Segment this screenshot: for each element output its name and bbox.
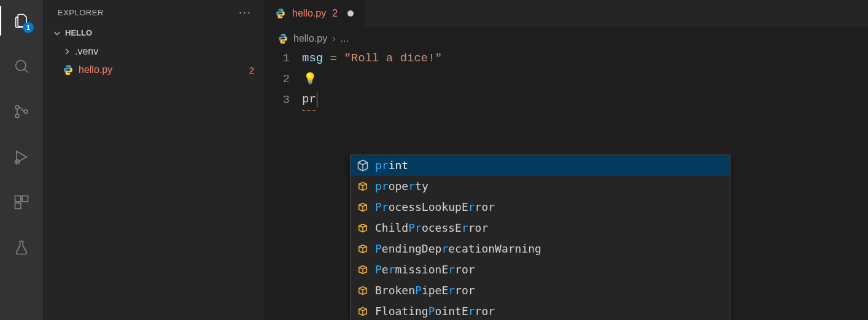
token-operator: = bbox=[323, 48, 344, 69]
suggest-item[interactable]: property bbox=[351, 176, 730, 197]
sidebar-section-label: HELLO bbox=[65, 28, 92, 37]
suggest-item[interactable]: PendingDeprecationWarning bbox=[351, 238, 730, 259]
line-number: 2 bbox=[277, 69, 302, 90]
suggest-item[interactable]: BrokenPipeError bbox=[351, 280, 730, 301]
tree-folder-venv[interactable]: .venv bbox=[43, 42, 264, 61]
svg-rect-8 bbox=[15, 203, 21, 208]
tab-bar: hello.py 2 bbox=[264, 0, 868, 27]
class-icon bbox=[357, 222, 369, 234]
typed-text: pr bbox=[302, 89, 316, 111]
sidebar-title: EXPLORER bbox=[58, 8, 104, 17]
tab-error-count: 2 bbox=[332, 8, 338, 19]
editor-area: hello.py 2 hello.py › ... 1 msg = "Roll … bbox=[264, 0, 868, 320]
explorer-badge: 1 bbox=[23, 22, 34, 33]
breadcrumb-file: hello.py bbox=[293, 33, 327, 44]
breadcrumb[interactable]: hello.py › ... bbox=[264, 27, 868, 48]
class-icon bbox=[357, 305, 369, 318]
class-icon bbox=[357, 284, 369, 297]
tree-file-hello[interactable]: hello.py 2 bbox=[43, 61, 264, 79]
suggest-item-label: BrokenPipeError bbox=[375, 280, 475, 301]
editor-tab-hello[interactable]: hello.py 2 bbox=[264, 0, 365, 27]
tab-dirty-indicator bbox=[347, 10, 354, 17]
autocomplete-popup: printpropertyProcessLookupErrorChildProc… bbox=[350, 154, 730, 320]
run-debug-icon bbox=[13, 148, 30, 166]
class-icon bbox=[357, 264, 369, 276]
tree-item-error-count: 2 bbox=[249, 65, 254, 75]
sidebar-header: EXPLORER ··· bbox=[43, 0, 264, 25]
class-icon bbox=[357, 243, 369, 255]
svg-point-0 bbox=[16, 61, 26, 70]
breadcrumb-rest: ... bbox=[340, 33, 348, 44]
suggest-item-label: FloatingPointError bbox=[375, 301, 495, 320]
tree-item-label: hello.py bbox=[79, 64, 249, 75]
svg-rect-6 bbox=[15, 196, 21, 202]
activity-explorer[interactable]: 1 bbox=[7, 6, 36, 36]
lightbulb-icon[interactable]: 💡 bbox=[303, 69, 317, 90]
sidebar: EXPLORER ··· HELLO .venv hello.py 2 bbox=[43, 0, 264, 320]
class-icon bbox=[357, 201, 369, 213]
suggest-item-label: print bbox=[375, 155, 408, 176]
suggest-item-label: property bbox=[375, 176, 428, 197]
suggest-item-label: ChildProcessError bbox=[375, 218, 488, 238]
suggest-item[interactable]: print bbox=[351, 155, 730, 176]
line-number: 3 bbox=[277, 90, 302, 110]
python-file-icon bbox=[275, 8, 286, 19]
suggest-item[interactable]: PermissionError bbox=[351, 259, 730, 280]
svg-point-3 bbox=[15, 114, 19, 118]
token-string: "Roll a dice!" bbox=[344, 48, 442, 69]
sidebar-folder-header[interactable]: HELLO bbox=[43, 25, 264, 41]
code-line: 3 pr bbox=[277, 90, 868, 110]
python-file-icon bbox=[277, 33, 289, 44]
code-line: 2 💡 bbox=[277, 69, 868, 90]
beaker-icon bbox=[13, 239, 30, 256]
activity-bar: 1 bbox=[0, 0, 43, 320]
activity-extensions[interactable] bbox=[7, 188, 36, 217]
suggest-item-label: ProcessLookupError bbox=[375, 197, 495, 218]
class-icon bbox=[357, 180, 369, 192]
tree-item-label: .venv bbox=[75, 46, 254, 57]
activity-run-debug[interactable] bbox=[7, 142, 36, 172]
extensions-icon bbox=[13, 194, 30, 211]
file-tree: .venv hello.py 2 bbox=[43, 41, 264, 79]
code-line: 1 msg = "Roll a dice!" bbox=[277, 48, 868, 69]
module-icon bbox=[357, 159, 369, 172]
activity-source-control[interactable] bbox=[7, 97, 36, 126]
suggest-item-label: PendingDeprecationWarning bbox=[375, 238, 541, 259]
suggest-item[interactable]: ProcessLookupError bbox=[351, 197, 730, 218]
chevron-down-icon bbox=[53, 29, 61, 37]
svg-point-4 bbox=[24, 110, 28, 113]
breadcrumb-separator: › bbox=[332, 33, 335, 44]
suggest-item-label: PermissionError bbox=[375, 259, 475, 280]
svg-line-1 bbox=[25, 69, 28, 73]
python-file-icon bbox=[63, 64, 74, 75]
sidebar-more-button[interactable]: ··· bbox=[239, 6, 252, 19]
suggest-item[interactable]: FloatingPointError bbox=[351, 301, 730, 320]
svg-point-2 bbox=[15, 105, 19, 109]
svg-rect-7 bbox=[22, 196, 28, 202]
text-cursor bbox=[317, 93, 317, 107]
line-number: 1 bbox=[277, 48, 302, 69]
tab-filename: hello.py bbox=[292, 8, 326, 19]
source-control-icon bbox=[13, 103, 30, 120]
activity-testing[interactable] bbox=[7, 233, 36, 262]
search-icon bbox=[13, 58, 30, 75]
suggest-item[interactable]: ChildProcessError bbox=[351, 218, 730, 238]
token-variable: msg bbox=[302, 48, 323, 69]
activity-search[interactable] bbox=[7, 51, 36, 81]
chevron-right-icon bbox=[63, 47, 71, 56]
code-editor[interactable]: 1 msg = "Roll a dice!" 2 💡 3 pr printpro… bbox=[264, 48, 868, 110]
